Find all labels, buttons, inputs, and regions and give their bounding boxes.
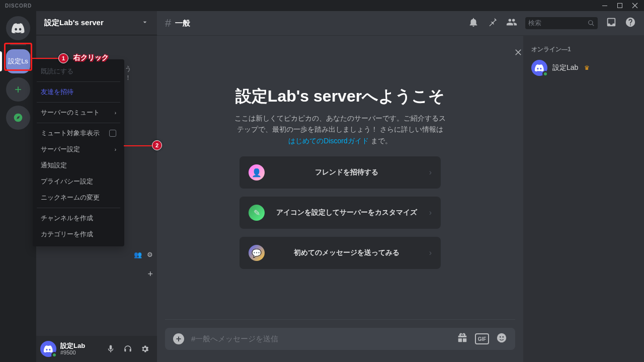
status-indicator [542,71,548,77]
add-channel-icon[interactable]: + [147,269,153,280]
user-info[interactable]: 設定Lab #9500 [60,342,99,356]
titlebar: DISCORD [0,0,644,11]
server-list: 設定Ls + [0,11,36,362]
svg-point-2 [497,333,506,342]
explore-servers-button[interactable] [6,106,30,130]
chat-area: 設定Lab's serverへようこそ ここは新しくてピカピカの、あなたのサーバ… [157,35,523,362]
welcome-card-invite[interactable]: 👤 フレンドを招待する › [239,156,441,189]
invite-friends-icon: 👤 [249,164,265,180]
member-name: 設定Lab [552,63,578,72]
guide-link[interactable]: はじめてのDiscordガイド [288,137,368,145]
chevron-right-icon: › [429,248,432,257]
ctx-mute[interactable]: サーバーのミュート› [37,105,120,121]
channel-settings-icon[interactable]: ⚙ [147,251,153,258]
status-indicator [51,352,57,358]
attach-button[interactable]: + [173,333,184,344]
annotation-badge-1: 1 [58,53,68,63]
inbox-icon[interactable] [606,17,617,30]
search-placeholder: 検索 [528,19,588,28]
ctx-nickname[interactable]: ニックネームの変更 [37,190,120,206]
members-toggle-icon[interactable] [506,17,517,30]
home-button[interactable] [6,16,30,40]
app-logo: DISCORD [2,3,32,9]
active-server-pill [0,51,2,71]
ctx-create-category[interactable]: カテゴリーを作成 [37,226,120,242]
svg-point-4 [502,336,504,338]
ctx-notifications[interactable]: 通知設定 [37,157,120,173]
annotation-line-2 [124,145,152,146]
gift-icon[interactable] [457,332,468,345]
svg-point-3 [500,336,501,338]
owner-crown-icon: ♛ [584,64,590,71]
message-placeholder: #一般へメッセージを送信 [191,334,450,344]
welcome-card-icon[interactable]: ✎ アイコンを設定してサーバーをカスタマイズ › [239,197,441,229]
annotation-badge-2: 2 [152,140,162,150]
user-settings-button[interactable] [137,341,153,357]
user-discriminator: #9500 [60,349,99,356]
member-item[interactable]: 設定Lab ♛ [527,58,640,78]
server-icon-selected[interactable]: 設定Ls [6,49,30,73]
message-input-bar[interactable]: + #一般へメッセージを送信 GIF [165,328,515,350]
add-server-button[interactable]: + [6,77,30,102]
members-panel: オンライン—1 設定Lab ♛ [523,35,644,362]
minimize-button[interactable] [598,0,612,11]
ctx-invite[interactable]: 友達を招待 [37,84,120,100]
annotation-text-1: 右クリック [73,53,109,62]
ctx-privacy[interactable]: プライバシー設定 [37,173,120,190]
notifications-icon[interactable] [468,17,479,30]
first-message-icon: 💬 [249,245,265,261]
checkbox-icon [109,130,116,137]
annotation-line-1 [32,58,58,59]
search-input[interactable]: 検索 [525,17,598,29]
server-icon-label: 設定Ls [8,57,28,66]
card-label: アイコンを設定してサーバーをカスタマイズ [273,208,421,217]
members-header: オンライン—1 [527,43,640,56]
ctx-hide-muted[interactable]: ミュート対象非表示 [37,125,120,141]
card-label: 初めてのメッセージを送ってみる [273,248,421,257]
customize-icon: ✎ [249,205,265,221]
server-context-menu: 既読にする 友達を招待 サーバーのミュート› ミュート対象非表示 サーバー設定›… [33,59,124,246]
search-icon [588,20,595,27]
deafen-button[interactable] [120,341,136,357]
user-avatar[interactable] [40,341,56,357]
user-panel: 設定Lab #9500 [36,336,157,362]
maximize-button[interactable] [613,0,627,11]
window-controls [598,0,642,11]
chevron-right-icon: › [429,168,432,177]
card-label: フレンドを招待する [273,168,421,177]
svg-rect-0 [602,6,607,6]
gif-button[interactable]: GIF [475,333,489,344]
chevron-down-icon [141,18,149,28]
welcome-card-message[interactable]: 💬 初めてのメッセージを送ってみる › [239,237,441,269]
main-area: # 一般 検索 設定Lab's serverへようこそ [157,11,644,362]
channel-name: 一般 [175,19,468,28]
emoji-icon[interactable] [496,332,507,345]
welcome-panel: 設定Lab's serverへようこそ ここは新しくてピカピカの、あなたのサーバ… [157,35,523,319]
user-name: 設定Lab [60,342,99,350]
hash-icon: # [165,17,171,30]
member-avatar [531,60,547,76]
server-header[interactable]: 設定Lab's server [36,11,157,35]
welcome-title: 設定Lab's serverへようこそ [235,85,445,108]
help-icon[interactable] [625,17,636,30]
chevron-right-icon: › [115,147,116,152]
member-permissions-icon[interactable]: 👥 [134,251,142,258]
server-name: 設定Lab's server [44,18,104,28]
close-button[interactable] [628,0,642,11]
ctx-server-settings[interactable]: サーバー設定› [37,141,120,157]
mute-mic-button[interactable] [103,341,119,357]
svg-rect-1 [618,4,622,8]
welcome-subtitle: ここは新しくてピカピカの、あなたのサーバーです。ご紹介するステップで、最初の一歩… [234,113,446,146]
chevron-right-icon: › [115,110,116,116]
ctx-create-channel[interactable]: チャンネルを作成 [37,210,120,226]
channel-hint: う [125,64,131,73]
chevron-right-icon: › [429,208,432,217]
channel-toolbar: # 一般 検索 [157,11,644,35]
pinned-icon[interactable] [487,17,498,30]
channel-hint: ！ [125,73,131,82]
ctx-mark-read: 既読にする [37,63,120,79]
close-welcome-button[interactable] [509,43,527,61]
